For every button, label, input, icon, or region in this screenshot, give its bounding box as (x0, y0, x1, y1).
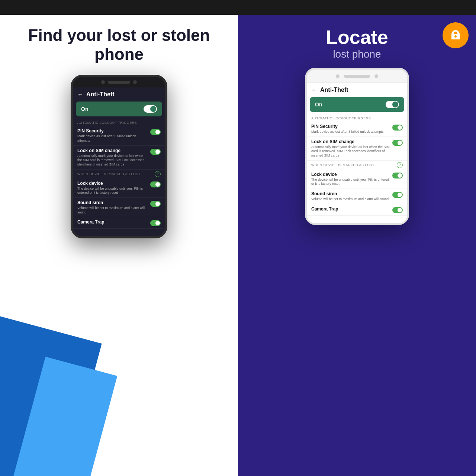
left-setting-camera-trap: Camera Trap (73, 217, 165, 229)
left-antitheft-title: Anti-Theft (86, 91, 115, 98)
left-sim-text: Lock on SIM change Automatically mark yo… (77, 148, 148, 167)
left-setting-pin-security: PIN Security Mark device as lost after 8… (73, 126, 165, 145)
left-toggle-label: On (81, 106, 88, 112)
left-siren-desc: Volume will be set to maximum and alarm … (77, 206, 148, 215)
right-bottom-space (307, 216, 407, 223)
left-siren-title: Sound siren (77, 200, 148, 205)
left-sim-title: Lock on SIM change (77, 148, 148, 153)
right-headline: Locate lost phone (326, 26, 388, 60)
left-antitheft-header: ← Anti-Theft (73, 87, 165, 102)
right-help-icon[interactable]: ? (397, 162, 403, 168)
right-setting-pin-security: PIN Security Mark device as lost after 8… (307, 122, 407, 137)
top-bar-left (0, 0, 238, 15)
left-camera-toggle[interactable] (150, 220, 161, 226)
left-sim-desc: Automatically mark your device as lost w… (77, 154, 148, 167)
orange-badge (443, 22, 469, 48)
right-pin-desc: Mark device as lost after 8 failed unloc… (311, 130, 390, 134)
right-siren-desc: Volume will be set to maximum and alarm … (311, 197, 390, 202)
right-setting-lock-device: Lock device The device will be unusable … (307, 170, 407, 189)
right-headline-sub: lost phone (326, 48, 388, 60)
left-master-toggle[interactable] (144, 105, 157, 113)
right-lock-toggle[interactable] (392, 173, 403, 178)
right-toggle-bar[interactable]: On (310, 97, 404, 112)
right-sim-title: Lock on SIM change (311, 139, 390, 144)
right-antitheft-title: Anti-Theft (320, 87, 348, 93)
left-lock-desc: The device will be unusable until your P… (77, 187, 148, 195)
right-camera-text: Camera Trap (311, 206, 390, 212)
right-headline-main: Locate (326, 26, 388, 48)
right-sim-desc: Automatically mark your device as lost w… (311, 145, 390, 158)
left-setting-sim-change: Lock on SIM change Automatically mark yo… (73, 146, 165, 170)
left-help-icon[interactable]: ? (155, 171, 161, 177)
left-section-label-1: AUTOMATIC LOCKOUT TRIGGERS (73, 119, 165, 126)
badge-icon (449, 29, 462, 42)
right-setting-sim-change: Lock on SIM change Automatically mark yo… (307, 137, 407, 161)
left-back-arrow[interactable]: ← (77, 91, 83, 98)
right-back-arrow[interactable]: ← (311, 87, 317, 93)
right-phone-notch (307, 70, 407, 83)
right-phone-screen: ← Anti-Theft On AUTOMATIC LOCKOUT TRIGGE… (307, 83, 407, 223)
left-pin-text: PIN Security Mark device as lost after 8… (77, 128, 148, 143)
right-master-toggle[interactable] (386, 101, 399, 108)
right-toggle-label: On (315, 102, 322, 107)
left-camera-text: Camera Trap (77, 219, 148, 225)
right-siren-text: Sound siren Volume will be set to maximu… (311, 191, 390, 202)
left-lock-title: Lock device (77, 181, 148, 186)
left-headline: Find your lost or stolen phone (7, 26, 231, 64)
right-antitheft-header: ← Anti-Theft (307, 83, 407, 97)
right-section-label-1: AUTOMATIC LOCKOUT TRIGGERS (307, 115, 407, 122)
left-siren-toggle[interactable] (150, 201, 161, 207)
left-section-label-2-container: WHEN DEVICE IS MARKED AS LOST ? (73, 170, 165, 178)
left-camera-dot2 (133, 80, 137, 84)
right-camera-toggle[interactable] (392, 207, 403, 213)
right-panel: Locate lost phone ← Anti-Theft On (238, 15, 476, 476)
right-camera-title: Camera Trap (311, 206, 390, 212)
right-setting-siren: Sound siren Volume will be set to maximu… (307, 189, 407, 204)
right-notch-pill (344, 75, 370, 78)
left-lock-text: Lock device The device will be unusable … (77, 181, 148, 195)
left-phone-screen: ← Anti-Theft On AUTOMATIC LOCKOUT TRIGGE… (73, 87, 165, 236)
top-bar (0, 0, 476, 15)
top-bar-right (238, 0, 476, 15)
right-setting-camera-trap: Camera Trap (307, 204, 407, 216)
left-section-label-2: WHEN DEVICE IS MARKED AS LOST (77, 172, 141, 176)
right-pin-text: PIN Security Mark device as lost after 8… (311, 124, 390, 134)
left-camera-dot (101, 80, 105, 84)
right-section-label-2-container: WHEN DEVICE IS MARKED AS LOST ? (307, 161, 407, 170)
right-lock-text: Lock device The device will be unusable … (311, 172, 390, 186)
right-sim-text: Lock on SIM change Automatically mark yo… (311, 139, 390, 158)
left-panel: Find your lost or stolen phone ← Anti-Th… (0, 15, 238, 476)
left-siren-text: Sound siren Volume will be set to maximu… (77, 200, 148, 215)
right-lock-title: Lock device (311, 172, 390, 177)
left-phone-mockup: ← Anti-Theft On AUTOMATIC LOCKOUT TRIGGE… (71, 75, 167, 238)
right-section-label-2: WHEN DEVICE IS MARKED AS LOST (311, 163, 374, 167)
right-siren-toggle[interactable] (392, 192, 403, 198)
left-bottom-space (73, 229, 165, 236)
left-camera-title: Camera Trap (77, 219, 148, 225)
left-pin-title: PIN Security (77, 128, 148, 134)
right-sim-toggle[interactable] (392, 140, 403, 146)
right-pin-toggle[interactable] (392, 125, 403, 131)
right-siren-title: Sound siren (311, 191, 390, 196)
left-sim-toggle[interactable] (150, 149, 161, 155)
left-toggle-bar[interactable]: On (76, 102, 162, 116)
right-notch-dot2 (374, 74, 378, 78)
left-setting-lock-device: Lock device The device will be unusable … (73, 178, 165, 198)
left-pin-toggle[interactable] (150, 129, 161, 135)
left-pin-desc: Mark device as lost after 8 failed unloc… (77, 134, 148, 143)
left-setting-siren: Sound siren Volume will be set to maximu… (73, 198, 165, 217)
left-speaker (108, 81, 130, 84)
right-pin-title: PIN Security (311, 124, 390, 129)
left-phone-notch (73, 77, 165, 87)
left-lock-toggle[interactable] (150, 181, 161, 187)
right-lock-desc: The device will be unusable until your P… (311, 178, 390, 186)
right-phone-mockup: ← Anti-Theft On AUTOMATIC LOCKOUT TRIGGE… (305, 68, 409, 225)
right-notch-dot1 (336, 74, 340, 78)
main-content: Find your lost or stolen phone ← Anti-Th… (0, 15, 476, 476)
